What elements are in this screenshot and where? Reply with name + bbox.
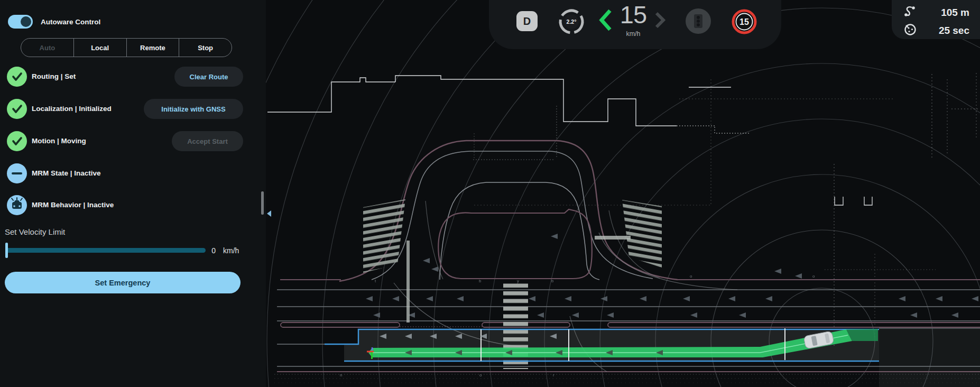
- mode-local[interactable]: Local: [73, 39, 126, 57]
- sidebar-scrollbar[interactable]: [261, 191, 264, 215]
- lanelet-map-canvas: t b y b n o r o o: [266, 0, 980, 387]
- autoware-control-toggle[interactable]: [8, 15, 33, 29]
- mrm-state-status: MRM State | Inactive: [32, 163, 101, 183]
- check-circle-icon: [7, 99, 27, 119]
- svg-text:r: r: [553, 373, 554, 377]
- traffic-light-icon: [686, 8, 711, 34]
- gear-indicator: D: [516, 11, 538, 31]
- svg-text:2.2°: 2.2°: [567, 19, 577, 25]
- clear-route-button[interactable]: Clear Route: [174, 67, 243, 87]
- mode-auto[interactable]: Auto: [21, 39, 73, 57]
- minus-circle-icon: [7, 163, 27, 183]
- remaining-distance: 105 m: [941, 7, 969, 19]
- svg-text:o: o: [812, 274, 815, 279]
- velocity-limit-label: Set Velocity Limit: [5, 227, 65, 236]
- velocity-limit-value: 0: [207, 246, 216, 255]
- stop-line-vertical: [406, 241, 410, 322]
- initialize-gnss-button[interactable]: Initialize with GNSS: [144, 99, 243, 119]
- routing-status: Routing | Set: [32, 67, 76, 87]
- mrm-behavior-status: MRM Behavior | Inactive: [32, 195, 114, 215]
- vehicle-status-bar: D 2.2° 15 km/h 15: [489, 0, 781, 49]
- route-info-panel: 105 m 25 sec: [892, 0, 980, 39]
- svg-text:n: n: [340, 373, 342, 377]
- svg-text:15: 15: [739, 17, 749, 26]
- autoware-control-label: Autoware Control: [41, 18, 100, 26]
- remaining-time: 25 sec: [939, 25, 969, 36]
- stop-line-horizontal: [595, 236, 631, 239]
- check-circle-icon: [7, 131, 27, 151]
- turn-signal-left-icon: [598, 8, 614, 32]
- velocity-limit-track[interactable]: [8, 248, 206, 253]
- svg-text:o: o: [690, 274, 692, 279]
- emergency-vehicle-icon: [7, 195, 27, 215]
- turn-signal-right-icon: [654, 12, 667, 29]
- speed-value: 15: [615, 0, 652, 29]
- mode-remote[interactable]: Remote: [126, 39, 179, 57]
- svg-text:o: o: [479, 373, 482, 377]
- speed-limit-sign: 15: [732, 9, 757, 34]
- svg-text:b: b: [551, 279, 554, 283]
- operation-mode-selector: Auto Local Remote Stop: [21, 38, 232, 57]
- set-emergency-button[interactable]: Set Emergency: [5, 272, 241, 293]
- velocity-limit-unit: km/h: [223, 246, 239, 255]
- motion-status: Motion | Moving: [32, 131, 86, 151]
- sidebar-collapse-arrow-icon[interactable]: [267, 210, 271, 217]
- localization-status: Localization | Initialized: [32, 99, 112, 119]
- check-circle-icon: [7, 67, 27, 87]
- control-sidebar: Autoware Control Auto Local Remote Stop …: [0, 0, 266, 387]
- svg-text:y: y: [517, 279, 519, 283]
- pointcloud-road-patch: [267, 272, 980, 378]
- mode-stop[interactable]: Stop: [179, 39, 232, 57]
- map-viewport[interactable]: t b y b n o r o o: [266, 0, 980, 387]
- route-distance-icon: [903, 4, 917, 18]
- speed-unit: km/h: [615, 30, 652, 38]
- remaining-time-icon: [903, 22, 917, 36]
- steering-angle-icon: 2.2°: [557, 7, 586, 36]
- accept-start-button[interactable]: Accept Start: [172, 131, 243, 151]
- toggle-knob: [21, 16, 31, 27]
- svg-text:b: b: [479, 279, 482, 283]
